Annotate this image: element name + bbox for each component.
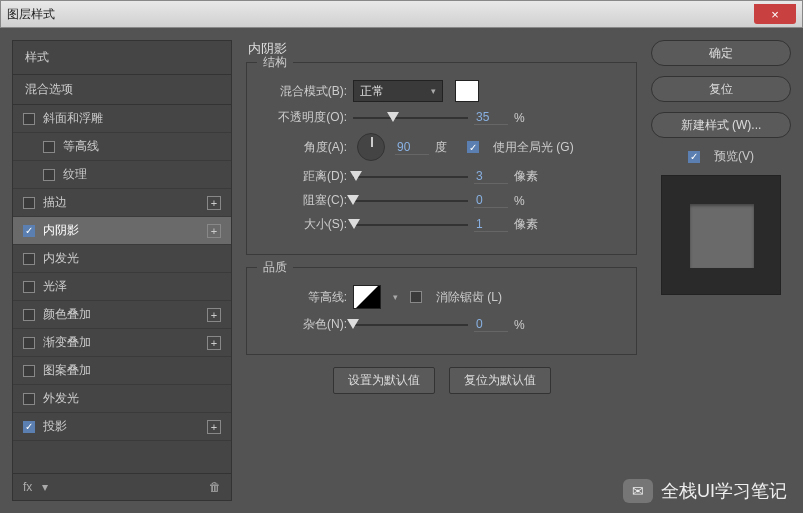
preview-swatch: [690, 204, 754, 268]
ok-button[interactable]: 确定: [651, 40, 791, 66]
style-row-11[interactable]: 投影+: [13, 413, 231, 441]
size-unit: 像素: [514, 216, 540, 233]
noise-label: 杂色(N):: [261, 316, 347, 333]
style-row-1[interactable]: 等高线: [13, 133, 231, 161]
trash-icon[interactable]: 🗑: [209, 480, 221, 494]
plus-icon[interactable]: +: [207, 196, 221, 210]
blend-mode-select[interactable]: 正常 ▾: [353, 80, 443, 102]
blend-mode-value: 正常: [360, 83, 384, 100]
style-row-9[interactable]: 图案叠加: [13, 357, 231, 385]
size-slider[interactable]: [353, 218, 468, 232]
opacity-slider[interactable]: [353, 111, 468, 125]
plus-icon[interactable]: +: [207, 420, 221, 434]
angle-value[interactable]: 90: [395, 140, 429, 155]
fx-icon[interactable]: fx: [23, 480, 32, 494]
style-checkbox[interactable]: [23, 197, 35, 209]
watermark-text: 全栈UI学习笔记: [661, 479, 787, 503]
style-label: 描边: [43, 194, 67, 211]
make-default-button[interactable]: 设置为默认值: [333, 367, 435, 394]
style-row-4[interactable]: 内阴影+: [13, 217, 231, 245]
wechat-icon: ✉: [623, 479, 653, 503]
section-title: 内阴影: [246, 40, 637, 58]
styles-footer: fx ▾ 🗑: [13, 473, 231, 500]
cancel-button[interactable]: 复位: [651, 76, 791, 102]
noise-unit: %: [514, 318, 540, 332]
opacity-label: 不透明度(O):: [261, 109, 347, 126]
style-checkbox[interactable]: [23, 309, 35, 321]
style-label: 颜色叠加: [43, 306, 91, 323]
plus-icon[interactable]: +: [207, 308, 221, 322]
style-checkbox[interactable]: [23, 225, 35, 237]
style-row-7[interactable]: 颜色叠加+: [13, 301, 231, 329]
style-label: 投影: [43, 418, 67, 435]
style-checkbox[interactable]: [23, 281, 35, 293]
plus-icon[interactable]: +: [207, 336, 221, 350]
global-light-label: 使用全局光 (G): [493, 139, 574, 156]
style-row-5[interactable]: 内发光: [13, 245, 231, 273]
styles-header: 样式: [13, 41, 231, 75]
style-checkbox[interactable]: [23, 365, 35, 377]
distance-unit: 像素: [514, 168, 540, 185]
style-label: 斜面和浮雕: [43, 110, 103, 127]
angle-dial[interactable]: [357, 133, 385, 161]
style-checkbox[interactable]: [23, 113, 35, 125]
style-row-3[interactable]: 描边+: [13, 189, 231, 217]
quality-legend: 品质: [257, 259, 293, 276]
noise-slider[interactable]: [353, 318, 468, 332]
quality-group: 品质 等高线: ▾ 消除锯齿 (L) 杂色(N): 0 %: [246, 267, 637, 355]
style-checkbox[interactable]: [23, 421, 35, 433]
reset-default-button[interactable]: 复位为默认值: [449, 367, 551, 394]
style-label: 内发光: [43, 250, 79, 267]
angle-label: 角度(A):: [261, 139, 347, 156]
chevron-down-icon[interactable]: ▾: [387, 292, 404, 302]
opacity-unit: %: [514, 111, 540, 125]
style-checkbox[interactable]: [23, 393, 35, 405]
style-checkbox[interactable]: [23, 337, 35, 349]
size-value[interactable]: 1: [474, 217, 508, 232]
style-label: 光泽: [43, 278, 67, 295]
contour-label: 等高线:: [261, 289, 347, 306]
opacity-value[interactable]: 35: [474, 110, 508, 125]
size-label: 大小(S):: [261, 216, 347, 233]
distance-slider[interactable]: [353, 170, 468, 184]
choke-slider[interactable]: [353, 194, 468, 208]
style-row-2[interactable]: 纹理: [13, 161, 231, 189]
style-row-10[interactable]: 外发光: [13, 385, 231, 413]
action-panel: 确定 复位 新建样式 (W)... 预览(V): [651, 40, 791, 501]
structure-legend: 结构: [257, 54, 293, 71]
close-icon: ×: [771, 7, 779, 22]
distance-value[interactable]: 3: [474, 169, 508, 184]
settings-panel: 内阴影 结构 混合模式(B): 正常 ▾ 不透明度(O): 35 % 角度(A)…: [246, 40, 637, 501]
dialog-body: 样式 混合选项 斜面和浮雕等高线纹理描边+内阴影+内发光光泽颜色叠加+渐变叠加+…: [0, 28, 803, 513]
choke-label: 阻塞(C):: [261, 192, 347, 209]
preview-checkbox[interactable]: [688, 151, 700, 163]
style-row-6[interactable]: 光泽: [13, 273, 231, 301]
style-label: 渐变叠加: [43, 334, 91, 351]
global-light-checkbox[interactable]: [467, 141, 479, 153]
preview-area: [661, 175, 781, 295]
style-checkbox[interactable]: [23, 253, 35, 265]
default-buttons: 设置为默认值 复位为默认值: [246, 367, 637, 394]
noise-value[interactable]: 0: [474, 317, 508, 332]
blend-options-row[interactable]: 混合选项: [13, 75, 231, 105]
choke-unit: %: [514, 194, 540, 208]
style-label: 纹理: [63, 166, 87, 183]
angle-unit: 度: [435, 139, 461, 156]
chevron-down-icon: ▾: [431, 86, 436, 96]
close-button[interactable]: ×: [754, 4, 796, 24]
style-row-0[interactable]: 斜面和浮雕: [13, 105, 231, 133]
window-title: 图层样式: [7, 6, 55, 23]
style-row-8[interactable]: 渐变叠加+: [13, 329, 231, 357]
plus-icon[interactable]: +: [207, 224, 221, 238]
structure-group: 结构 混合模式(B): 正常 ▾ 不透明度(O): 35 % 角度(A): 90…: [246, 62, 637, 255]
style-label: 等高线: [63, 138, 99, 155]
style-checkbox[interactable]: [43, 141, 55, 153]
arrow-icon[interactable]: ▾: [42, 480, 48, 494]
choke-value[interactable]: 0: [474, 193, 508, 208]
antialias-checkbox[interactable]: [410, 291, 422, 303]
contour-picker[interactable]: [353, 285, 381, 309]
titlebar: 图层样式 ×: [0, 0, 803, 28]
style-checkbox[interactable]: [43, 169, 55, 181]
new-style-button[interactable]: 新建样式 (W)...: [651, 112, 791, 138]
color-swatch[interactable]: [455, 80, 479, 102]
